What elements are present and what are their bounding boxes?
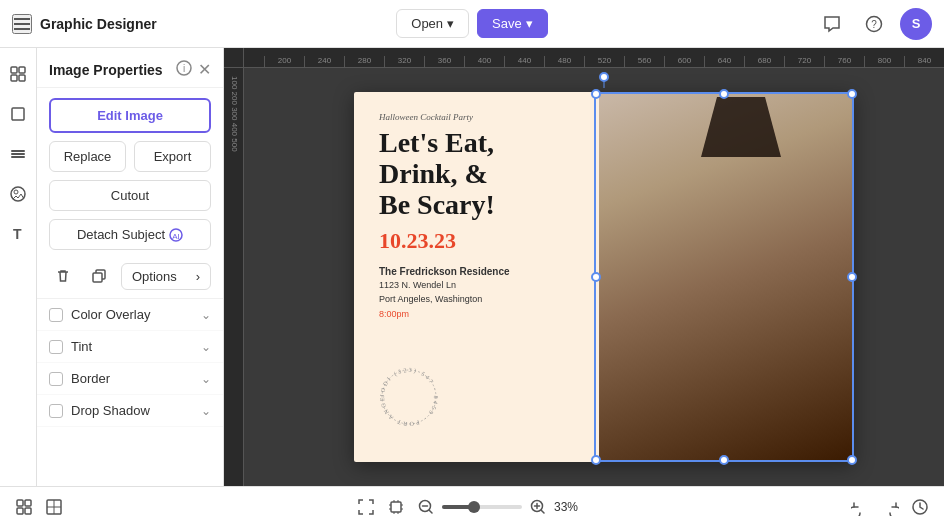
svg-rect-5 <box>19 75 25 81</box>
bottom-center: 33% <box>354 495 590 519</box>
svg-rect-2 <box>11 67 17 73</box>
sidebar-icon-layers[interactable] <box>0 136 36 172</box>
zoom-out-button[interactable] <box>414 495 438 519</box>
zoom-control: 33% <box>414 495 590 519</box>
zoom-in-button[interactable] <box>526 495 550 519</box>
svg-text:T: T <box>13 226 22 242</box>
duplicate-icon[interactable] <box>85 262 113 290</box>
svg-rect-22 <box>17 508 23 514</box>
bottom-right <box>596 495 932 519</box>
zoom-slider[interactable] <box>442 505 522 509</box>
color-overlay-row[interactable]: Color Overlay ⌄ <box>37 299 223 331</box>
tint-checkbox[interactable] <box>49 340 63 354</box>
sidebar-icon-shapes[interactable] <box>0 96 36 132</box>
undo-button[interactable] <box>848 495 872 519</box>
replace-export-row: Replace Export <box>49 141 211 172</box>
panel-title: Image Properties <box>49 62 170 78</box>
zoom-slider-thumb[interactable] <box>468 501 480 513</box>
app-title: Graphic Designer <box>40 16 157 32</box>
drop-shadow-row[interactable]: Drop Shadow ⌄ <box>37 395 223 427</box>
info-icon[interactable]: i <box>176 60 192 79</box>
svg-rect-4 <box>11 75 17 81</box>
sidebar-icon-media[interactable] <box>0 176 36 212</box>
canvas-area: 200240280 320360400 440480520 560600640 … <box>224 48 944 486</box>
ruler-vertical: 100 200 300 400 500 <box>224 68 244 486</box>
comment-button[interactable] <box>816 8 848 40</box>
panel-close-icon[interactable]: ✕ <box>198 60 211 79</box>
canvas-main: 100 200 300 400 500 Halloween Cocktail P… <box>224 68 944 486</box>
options-chevron: › <box>196 269 200 284</box>
layers-view-button[interactable] <box>12 495 36 519</box>
border-checkbox[interactable] <box>49 372 63 386</box>
tint-row[interactable]: Tint ⌄ <box>37 331 223 363</box>
topbar: Graphic Designer Open ▾ Save ▾ ? S <box>0 0 944 48</box>
bottom-toolbar: 33% <box>0 486 944 526</box>
svg-rect-17 <box>93 273 102 282</box>
color-overlay-checkbox[interactable] <box>49 308 63 322</box>
menu-button[interactable] <box>12 14 32 34</box>
sidebar-icons: T <box>0 48 37 486</box>
bottom-left <box>12 495 348 519</box>
main: T Image Properties i ✕ Edit Image Replac… <box>0 48 944 486</box>
drop-shadow-chevron: ⌄ <box>201 404 211 418</box>
svg-rect-21 <box>25 500 31 506</box>
circular-text: JODI (323) 547 · 8459 · PORT ANGELES WA <box>374 362 444 432</box>
sidebar-icon-elements[interactable] <box>0 56 36 92</box>
options-label: Options <box>132 269 177 284</box>
grid-view-button[interactable] <box>42 495 66 519</box>
save-label: Save <box>492 16 522 31</box>
svg-rect-7 <box>11 150 25 152</box>
topbar-center: Open ▾ Save ▾ <box>396 9 547 38</box>
open-button[interactable]: Open ▾ <box>396 9 469 38</box>
design-canvas: Halloween Cocktail Party Let's Eat, Drin… <box>354 92 854 462</box>
svg-rect-20 <box>17 500 23 506</box>
help-button[interactable]: ? <box>858 8 890 40</box>
svg-text:AI: AI <box>172 232 180 241</box>
expand-view-button[interactable] <box>384 495 408 519</box>
border-label: Border <box>71 371 193 386</box>
inv-title-line2: Drink, & <box>379 158 488 189</box>
witch-image <box>599 92 854 462</box>
svg-text:JODI (323) 547 · 8459 · PORT A: JODI (323) 547 · 8459 · PORT ANGELES WA <box>374 362 439 427</box>
svg-rect-23 <box>25 508 31 514</box>
replace-button[interactable]: Replace <box>49 141 126 172</box>
svg-text:i: i <box>183 63 185 74</box>
panel-actions: Options › <box>37 254 223 299</box>
avatar[interactable]: S <box>900 8 932 40</box>
open-chevron: ▾ <box>447 16 454 31</box>
svg-rect-3 <box>19 67 25 73</box>
save-button[interactable]: Save ▾ <box>477 9 548 38</box>
edit-image-button[interactable]: Edit Image <box>49 98 211 133</box>
zoom-label: 33% <box>554 500 590 514</box>
fit-view-button[interactable] <box>354 495 378 519</box>
color-overlay-label: Color Overlay <box>71 307 193 322</box>
drop-shadow-checkbox[interactable] <box>49 404 63 418</box>
svg-rect-9 <box>11 156 25 158</box>
cutout-button[interactable]: Cutout <box>49 180 211 211</box>
border-row[interactable]: Border ⌄ <box>37 363 223 395</box>
border-chevron: ⌄ <box>201 372 211 386</box>
rulers: 200240280 320360400 440480520 560600640 … <box>224 48 944 68</box>
inv-title-line3: Be Scary! <box>379 189 495 220</box>
detach-subject-button[interactable]: Detach SubjectAI <box>49 219 211 250</box>
svg-point-11 <box>14 190 18 194</box>
drop-shadow-label: Drop Shadow <box>71 403 193 418</box>
history-button[interactable] <box>908 495 932 519</box>
redo-button[interactable] <box>878 495 902 519</box>
color-overlay-chevron: ⌄ <box>201 308 211 322</box>
panel-header: Image Properties i ✕ <box>37 48 223 88</box>
open-label: Open <box>411 16 443 31</box>
detach-text: Detach Subject <box>77 227 165 242</box>
ruler-corner <box>224 48 244 68</box>
tint-label: Tint <box>71 339 193 354</box>
canvas-content[interactable]: Halloween Cocktail Party Let's Eat, Drin… <box>264 68 944 486</box>
sidebar-icon-text[interactable]: T <box>0 216 36 252</box>
rotation-circle[interactable] <box>599 72 609 82</box>
delete-icon[interactable] <box>49 262 77 290</box>
svg-rect-6 <box>12 108 24 120</box>
save-chevron: ▾ <box>526 16 533 31</box>
detach-row: Detach SubjectAI <box>49 219 211 250</box>
svg-text:?: ? <box>871 19 877 30</box>
options-button[interactable]: Options › <box>121 263 211 290</box>
export-button[interactable]: Export <box>134 141 211 172</box>
